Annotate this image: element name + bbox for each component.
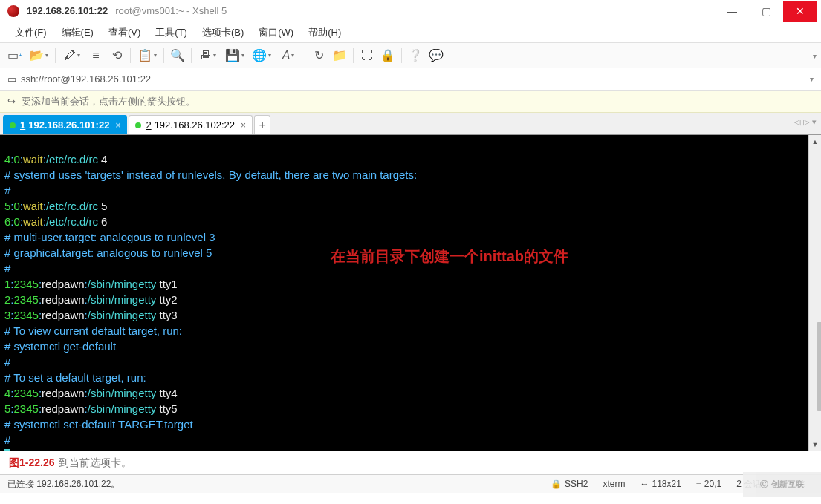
menu-tabs[interactable]: 选项卡(B) xyxy=(195,23,251,42)
refresh-icon[interactable]: ↻ xyxy=(310,47,328,65)
font-icon[interactable]: A xyxy=(276,47,300,65)
scroll-thumb[interactable] xyxy=(817,322,821,411)
tab-close-icon[interactable]: × xyxy=(241,120,246,131)
tab-label: 192.168.26.102:22 xyxy=(155,120,235,131)
status-position: ⎓20,1 xyxy=(696,479,721,489)
maximize-button[interactable]: ▢ xyxy=(749,1,783,22)
menu-bar: 文件(F) 编辑(E) 查看(V) 工具(T) 选项卡(B) 窗口(W) 帮助(… xyxy=(0,22,821,43)
properties-icon[interactable]: ≡ xyxy=(87,47,105,65)
scroll-down-icon[interactable]: ▼ xyxy=(809,438,821,451)
hint-text: 要添加当前会话，点击左侧的箭头按钮。 xyxy=(22,95,195,108)
menu-file[interactable]: 文件(F) xyxy=(7,23,54,42)
terminal-area[interactable]: 4:0:wait:/etc/rc.d/rc 4 # systemd uses '… xyxy=(0,135,821,451)
figure-label: 图1-22.26 xyxy=(9,456,54,470)
terminal-output: 4:0:wait:/etc/rc.d/rc 4 # systemd uses '… xyxy=(0,135,821,451)
address-bar[interactable]: ▭ ssh://root@192.168.26.101:22 ▾ xyxy=(0,68,821,91)
close-button[interactable]: ✕ xyxy=(783,1,817,22)
search-icon[interactable]: 🔍 xyxy=(169,47,186,65)
copy-icon[interactable]: 📋 xyxy=(135,47,159,65)
annotation-text: 在当前目录下创建一个inittab的文件 xyxy=(331,246,568,266)
menu-window[interactable]: 窗口(W) xyxy=(251,23,301,42)
menu-edit[interactable]: 编辑(E) xyxy=(54,23,101,42)
title-bar: 192.168.26.101:22 root@vms001:~ - Xshell… xyxy=(0,0,821,22)
tab-num: 1 xyxy=(20,120,25,131)
tab-prev-icon[interactable]: ◁ xyxy=(794,117,800,127)
status-bar: 已连接 192.168.26.101:22。 🔒SSH2 xterm ↔118x… xyxy=(0,474,821,493)
status-protocol: 🔒SSH2 xyxy=(551,479,588,489)
help-icon[interactable]: ❔ xyxy=(406,47,424,65)
status-dot-icon xyxy=(10,122,16,128)
bottom-hint-bar: 图1-22.26 到当前选项卡。 xyxy=(0,451,821,474)
scroll-up-icon[interactable]: ▲ xyxy=(809,135,821,148)
lock-icon[interactable]: 🔒 xyxy=(379,47,397,65)
lock-icon: 🔒 xyxy=(551,479,562,489)
tab-add-button[interactable]: + xyxy=(254,115,270,134)
app-logo-icon xyxy=(7,5,19,17)
fullscreen-icon[interactable]: ⛶ xyxy=(358,47,376,65)
chat-icon[interactable]: 💬 xyxy=(427,47,445,65)
tab-num: 2 xyxy=(146,120,151,131)
hint-arrow-icon[interactable]: ↪ xyxy=(7,96,16,107)
terminal-scrollbar[interactable]: ▲ ▼ xyxy=(808,135,821,451)
minimize-button[interactable]: — xyxy=(715,1,749,22)
tab-menu-icon[interactable]: ▾ xyxy=(812,117,817,127)
toolbar-overflow-icon[interactable]: ▾ xyxy=(813,52,817,60)
disconnect-icon[interactable]: ⟲ xyxy=(108,47,126,65)
bottom-hint-text: 到当前选项卡。 xyxy=(59,456,132,470)
hint-bar: ↪ 要添加当前会话，点击左侧的箭头按钮。 xyxy=(0,91,821,113)
menu-view[interactable]: 查看(V) xyxy=(101,23,148,42)
tab-strip: 1 192.168.26.101:22 × 2 192.168.26.102:2… xyxy=(0,113,821,135)
save-icon[interactable]: 💾 xyxy=(223,47,247,65)
status-dot-icon xyxy=(135,122,141,128)
address-text: ssh://root@192.168.26.101:22 xyxy=(21,73,151,85)
title-host: 192.168.26.101:22 xyxy=(27,5,108,16)
open-session-icon[interactable]: 📂 xyxy=(27,47,51,65)
tab-next-icon[interactable]: ▷ xyxy=(803,117,809,127)
status-termtype: xterm xyxy=(603,479,625,489)
address-dropdown-icon[interactable]: ▾ xyxy=(810,75,814,83)
tab-session-1[interactable]: 1 192.168.26.101:22 × xyxy=(3,115,127,134)
folder-icon[interactable]: 📁 xyxy=(331,47,348,65)
menu-tools[interactable]: 工具(T) xyxy=(148,23,195,42)
status-size: ↔118x21 xyxy=(640,479,681,489)
watermark: Ⓒ创新互联 xyxy=(743,472,821,497)
new-session-icon[interactable]: ▭+ xyxy=(6,47,24,65)
print-icon[interactable]: 🖶 xyxy=(196,47,220,65)
globe-icon[interactable]: 🌐 xyxy=(250,47,273,65)
reconnect-icon[interactable]: 🖍 xyxy=(60,47,84,65)
menu-help[interactable]: 帮助(H) xyxy=(301,23,348,42)
tab-session-2[interactable]: 2 192.168.26.102:22 × xyxy=(129,115,253,134)
session-icon: ▭ xyxy=(7,73,16,85)
status-connection: 已连接 192.168.26.101:22。 xyxy=(7,478,543,491)
title-subtitle: root@vms001:~ - Xshell 5 xyxy=(115,5,227,16)
tab-label: 192.168.26.101:22 xyxy=(28,120,109,131)
toolbar: ▭+ 📂 🖍 ≡ ⟲ 📋 🔍 🖶 💾 🌐 A ↻ 📁 ⛶ 🔒 ❔ 💬 ▾ xyxy=(0,43,821,68)
tab-close-icon[interactable]: × xyxy=(115,120,120,131)
